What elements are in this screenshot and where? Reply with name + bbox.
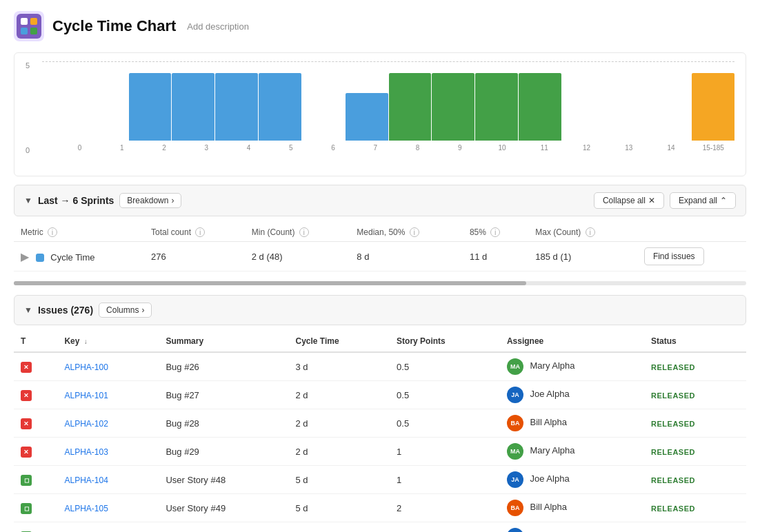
metric-name-cell: ▶ Cycle Time [14, 242, 144, 272]
metric-name: Cycle Time [50, 252, 94, 263]
chart-container: 5 0 0123456789101112131415-185 [14, 52, 746, 176]
chart-bar-1[interactable] [86, 61, 128, 141]
find-issues-button[interactable]: Find issues [644, 247, 704, 265]
avatar: JA [507, 471, 523, 488]
th-key[interactable]: Key ↓ [57, 331, 159, 352]
chart-bar-6[interactable] [302, 61, 345, 141]
chart-bar-5[interactable] [259, 61, 301, 141]
issue-story-points-cell: 0.5 [390, 352, 500, 381]
issue-story-points-cell: 2 [390, 494, 500, 522]
th-assignee: Assignee [500, 331, 644, 352]
issues-title: Issues (276) [38, 305, 93, 316]
issue-status-cell: RELEASED [644, 352, 746, 381]
metrics-table: Metric i Total count i Min (Count) i Med… [14, 223, 746, 272]
columns-button[interactable]: Columns › [99, 303, 152, 318]
issues-chevron[interactable]: ▼ [24, 305, 32, 315]
max-info-icon[interactable]: i [586, 227, 595, 237]
table-row: ◻ ALPHA-104 User Story #48 5 d 1 JA Joe … [14, 466, 746, 494]
x-label-14: 14 [650, 144, 692, 152]
issue-story-points-cell: 0.5 [390, 409, 500, 438]
chart-bar-13[interactable] [606, 61, 648, 141]
chart-bar-12[interactable] [562, 61, 605, 141]
x-label-0: 0 [59, 144, 101, 152]
issue-key-link[interactable]: ALPHA-100 [64, 362, 108, 372]
issue-key-cell: ALPHA-105 [57, 494, 159, 522]
chart-bar-10[interactable] [475, 61, 518, 141]
page-title: Cycle Time Chart [52, 17, 176, 35]
metrics-tbody: ▶ Cycle Time 276 2 d (48) 8 d 11 d 185 d… [14, 242, 746, 272]
metric-min: 2 d (48) [245, 242, 350, 272]
table-row: ✕ ALPHA-103 Bug #29 2 d 1 MA Mary Alpha … [14, 438, 746, 466]
avatar: BA [507, 415, 523, 431]
issue-key-link[interactable]: ALPHA-104 [64, 475, 108, 485]
chart-bar-14[interactable] [648, 61, 691, 141]
assignee-name: Bill Alpha [530, 417, 567, 427]
th-action [637, 223, 746, 242]
chart-bar-8[interactable] [389, 61, 432, 141]
avatar: MA [507, 443, 523, 460]
chart-bar-11[interactable] [519, 61, 561, 141]
expand-all-button[interactable]: Expand all ⌃ [670, 192, 736, 209]
issue-key-cell: ALPHA-101 [57, 381, 159, 409]
issue-type-cell: ✕ [14, 409, 57, 438]
issue-story-points-cell: 5 [390, 522, 500, 533]
metric-median: 8 d [350, 242, 463, 272]
issue-status-cell: RELEASED [644, 409, 746, 438]
chart-bar-4[interactable] [215, 61, 258, 141]
issue-key-link[interactable]: ALPHA-102 [64, 419, 108, 429]
scroll-thumb[interactable] [14, 281, 526, 285]
total-count-info-icon[interactable]: i [195, 227, 205, 237]
sprint-chevron[interactable]: ▼ [24, 196, 32, 205]
chart-bar-7[interactable] [346, 61, 388, 141]
status-badge: RELEASED [651, 476, 695, 484]
x-label-11: 11 [523, 144, 566, 152]
issue-key-cell: ALPHA-106 [57, 522, 159, 533]
issues-table: T Key ↓ Summary Cycle Time Story Points … [14, 331, 746, 532]
p85-info-icon[interactable]: i [490, 227, 500, 237]
metric-total-count: 276 [144, 242, 245, 272]
chart-bar-2[interactable] [129, 61, 172, 141]
metric-color-swatch [36, 254, 44, 262]
add-description-link[interactable]: Add description [187, 21, 249, 32]
x-label-2: 2 [143, 144, 186, 152]
chart-bar-15[interactable] [692, 61, 734, 141]
x-label-9: 9 [439, 144, 481, 152]
chart-bars-area: 0123456789101112131415-185 [42, 61, 734, 154]
issue-key-link[interactable]: ALPHA-101 [64, 391, 108, 400]
issue-key-cell: ALPHA-102 [57, 409, 159, 438]
x-label-8: 8 [397, 144, 439, 152]
x-label-15: 15-185 [692, 144, 734, 152]
issue-status-cell: RELEASED [644, 438, 746, 466]
chart-bar-0[interactable] [42, 61, 85, 141]
issue-assignee-cell: MA Mary Alpha [500, 438, 644, 466]
collapse-all-button[interactable]: Collapse all ✕ [594, 192, 664, 209]
issue-key-link[interactable]: ALPHA-105 [64, 504, 108, 513]
issue-type-icon: ◻ [21, 475, 32, 486]
table-row: ✕ ALPHA-100 Bug #26 3 d 0.5 MA Mary Alph… [14, 352, 746, 381]
median-info-icon[interactable]: i [410, 227, 419, 237]
issue-type-cell: ◻ [14, 466, 57, 494]
issue-key-cell: ALPHA-103 [57, 438, 159, 466]
issue-assignee-cell: MA Mary Alpha [500, 352, 644, 381]
avatar: JA [507, 528, 523, 532]
metrics-row: ▶ Cycle Time 276 2 d (48) 8 d 11 d 185 d… [14, 242, 746, 272]
issue-assignee-cell: JA Joe Alpha [500, 522, 644, 533]
avatar: MA [507, 358, 523, 375]
issue-key-link[interactable]: ALPHA-103 [64, 447, 108, 457]
issue-cycle-time-cell: 2 d [288, 438, 390, 466]
horizontal-scrollbar[interactable] [14, 281, 746, 285]
x-label-10: 10 [481, 144, 523, 152]
issue-type-icon: ✕ [21, 447, 32, 458]
x-label-7: 7 [354, 144, 397, 152]
breakdown-button[interactable]: Breakdown › [119, 193, 181, 208]
issue-story-points-cell: 1 [390, 438, 500, 466]
issue-assignee-cell: BA Bill Alpha [500, 409, 644, 438]
issue-summary-cell: Bug #29 [159, 438, 288, 466]
bars-container [42, 61, 734, 141]
chart-bar-3[interactable] [172, 61, 214, 141]
metric-info-icon[interactable]: i [48, 227, 57, 237]
chart-bar-9[interactable] [432, 61, 474, 141]
th-summary: Summary [159, 331, 288, 352]
min-info-icon[interactable]: i [299, 227, 309, 237]
issue-summary-cell: Bug #28 [159, 409, 288, 438]
